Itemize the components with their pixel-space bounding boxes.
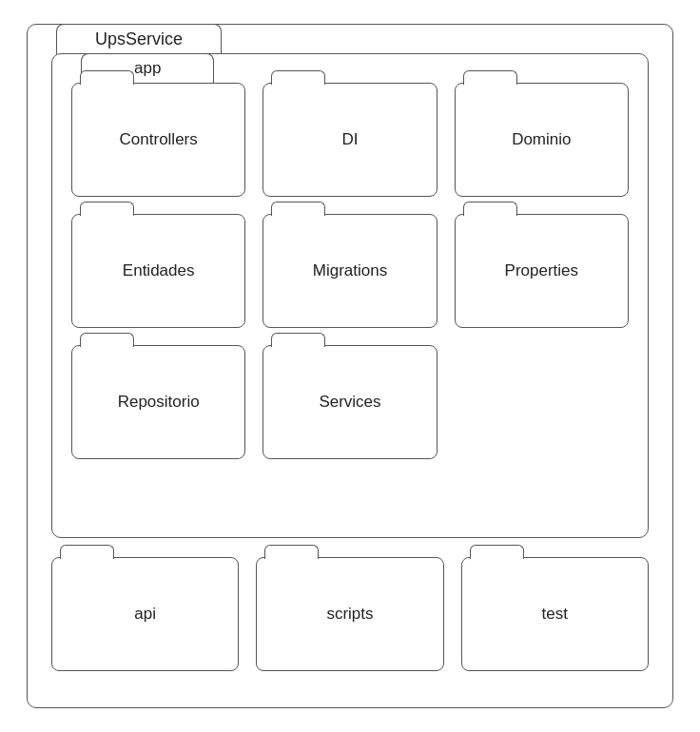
folder-label: Properties [505,261,578,280]
inner-title: app [134,59,161,77]
empty-cell [455,345,629,459]
folder-label: Dominio [512,130,571,149]
folder-dominio[interactable]: Dominio [455,83,629,197]
folder-label: Entidades [123,261,195,280]
folder-test[interactable]: test [461,557,649,671]
folder-migrations[interactable]: Migrations [262,214,437,328]
folder-label: scripts [326,605,373,624]
folder-properties[interactable]: Properties [455,214,629,328]
folder-controllers[interactable]: Controllers [71,83,245,197]
folder-services[interactable]: Services [262,345,437,459]
folder-di[interactable]: DI [262,83,437,197]
bottom-folder-grid: api scripts test [51,557,649,671]
outer-tab: UpsService [56,24,222,54]
outer-title: UpsService [95,29,183,48]
folder-label: Migrations [313,261,387,280]
folder-label: api [134,605,156,624]
folder-scripts[interactable]: scripts [256,557,443,671]
folder-label: Controllers [120,130,198,149]
bottom-section: api scripts test [51,557,649,671]
folder-entidades[interactable]: Entidades [71,214,245,328]
outer-container: UpsService app Controllers DI Dominio En… [27,24,673,708]
folder-label: Repositorio [118,393,200,412]
folder-repositorio[interactable]: Repositorio [71,345,245,459]
folder-label: DI [341,130,358,149]
folder-label: test [542,605,568,624]
inner-container: app Controllers DI Dominio Entidades Mig… [51,53,649,538]
folder-api[interactable]: api [51,557,239,671]
inner-folder-grid: Controllers DI Dominio Entidades Migrati… [71,83,629,459]
folder-label: Services [319,393,380,412]
